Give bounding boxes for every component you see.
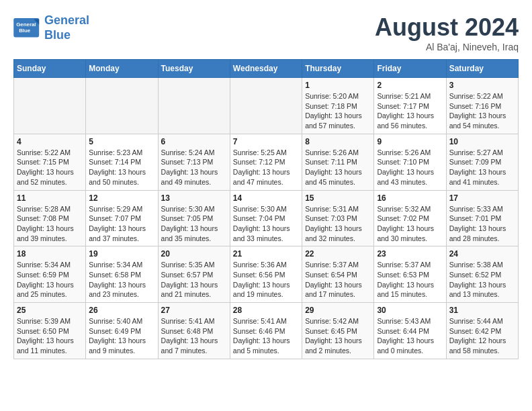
day-info: Sunrise: 5:43 AMSunset: 6:44 PMDaylight:… [377, 316, 443, 356]
calendar-table: SundayMondayTuesdayWednesdayThursdayFrid… [13, 59, 519, 359]
calendar-cell: 1Sunrise: 5:20 AMSunset: 7:18 PMDaylight… [302, 78, 374, 134]
day-info: Sunrise: 5:35 AMSunset: 6:57 PMDaylight:… [161, 260, 227, 300]
logo: General Blue GeneralBlue [13, 13, 89, 42]
day-header-tuesday: Tuesday [158, 60, 230, 78]
week-row-2: 4Sunrise: 5:22 AMSunset: 7:15 PMDaylight… [14, 134, 519, 190]
calendar-cell: 17Sunrise: 5:33 AMSunset: 7:01 PMDayligh… [446, 190, 518, 246]
day-number: 1 [305, 81, 371, 90]
day-header-thursday: Thursday [302, 60, 374, 78]
calendar-cell: 7Sunrise: 5:25 AMSunset: 7:12 PMDaylight… [230, 134, 302, 190]
day-info: Sunrise: 5:34 AMSunset: 6:59 PMDaylight:… [17, 260, 83, 300]
day-number: 23 [377, 249, 443, 259]
svg-text:General: General [16, 21, 36, 27]
calendar-cell: 19Sunrise: 5:34 AMSunset: 6:58 PMDayligh… [86, 246, 158, 303]
calendar-cell: 28Sunrise: 5:41 AMSunset: 6:46 PMDayligh… [230, 303, 302, 359]
calendar-cell: 14Sunrise: 5:30 AMSunset: 7:04 PMDayligh… [230, 190, 302, 246]
calendar-cell: 22Sunrise: 5:37 AMSunset: 6:54 PMDayligh… [302, 246, 374, 303]
day-info: Sunrise: 5:30 AMSunset: 7:04 PMDaylight:… [233, 204, 299, 244]
day-number: 12 [89, 193, 154, 203]
calendar-cell: 11Sunrise: 5:28 AMSunset: 7:08 PMDayligh… [14, 190, 86, 246]
day-info: Sunrise: 5:22 AMSunset: 7:16 PMDaylight:… [449, 91, 515, 131]
week-row-4: 18Sunrise: 5:34 AMSunset: 6:59 PMDayligh… [14, 246, 519, 303]
day-number: 2 [377, 81, 443, 90]
day-number: 17 [449, 193, 515, 203]
calendar-cell: 6Sunrise: 5:24 AMSunset: 7:13 PMDaylight… [158, 134, 230, 190]
calendar-cell [86, 78, 158, 134]
day-info: Sunrise: 5:20 AMSunset: 7:18 PMDaylight:… [305, 91, 371, 131]
day-number: 28 [233, 306, 299, 315]
day-info: Sunrise: 5:41 AMSunset: 6:46 PMDaylight:… [233, 316, 299, 356]
calendar-cell: 16Sunrise: 5:32 AMSunset: 7:02 PMDayligh… [374, 190, 446, 246]
calendar-cell: 31Sunrise: 5:44 AMSunset: 6:42 PMDayligh… [446, 303, 518, 359]
day-info: Sunrise: 5:30 AMSunset: 7:05 PMDaylight:… [161, 204, 227, 244]
title-block: August 2024 Al Ba'aj, Nineveh, Iraq [375, 13, 519, 52]
day-info: Sunrise: 5:39 AMSunset: 6:50 PMDaylight:… [17, 316, 83, 356]
day-info: Sunrise: 5:41 AMSunset: 6:48 PMDaylight:… [161, 316, 227, 356]
calendar-cell: 2Sunrise: 5:21 AMSunset: 7:17 PMDaylight… [374, 78, 446, 134]
calendar-cell [14, 78, 86, 134]
day-number: 9 [377, 137, 443, 146]
day-number: 29 [305, 306, 371, 315]
day-info: Sunrise: 5:31 AMSunset: 7:03 PMDaylight:… [305, 204, 371, 244]
day-header-wednesday: Wednesday [230, 60, 302, 78]
calendar-cell: 10Sunrise: 5:27 AMSunset: 7:09 PMDayligh… [446, 134, 518, 190]
month-title: August 2024 [375, 13, 519, 42]
day-info: Sunrise: 5:40 AMSunset: 6:49 PMDaylight:… [89, 316, 154, 356]
day-info: Sunrise: 5:32 AMSunset: 7:02 PMDaylight:… [377, 204, 443, 244]
calendar-cell: 12Sunrise: 5:29 AMSunset: 7:07 PMDayligh… [86, 190, 158, 246]
logo-text: GeneralBlue [44, 13, 89, 42]
calendar-cell: 9Sunrise: 5:26 AMSunset: 7:10 PMDaylight… [374, 134, 446, 190]
day-number: 16 [377, 193, 443, 203]
day-info: Sunrise: 5:37 AMSunset: 6:53 PMDaylight:… [377, 260, 443, 300]
day-info: Sunrise: 5:37 AMSunset: 6:54 PMDaylight:… [305, 260, 371, 300]
calendar-header-row: SundayMondayTuesdayWednesdayThursdayFrid… [14, 60, 519, 78]
day-number: 10 [449, 137, 515, 146]
day-number: 25 [17, 306, 83, 315]
day-number: 15 [305, 193, 371, 203]
svg-text:Blue: Blue [19, 28, 31, 34]
day-info: Sunrise: 5:24 AMSunset: 7:13 PMDaylight:… [161, 148, 227, 187]
calendar-cell: 3Sunrise: 5:22 AMSunset: 7:16 PMDaylight… [446, 78, 518, 134]
calendar-cell: 18Sunrise: 5:34 AMSunset: 6:59 PMDayligh… [14, 246, 86, 303]
day-number: 3 [449, 81, 515, 90]
calendar-cell: 8Sunrise: 5:26 AMSunset: 7:11 PMDaylight… [302, 134, 374, 190]
day-info: Sunrise: 5:28 AMSunset: 7:08 PMDaylight:… [17, 204, 83, 244]
day-number: 7 [233, 137, 299, 146]
calendar-cell: 20Sunrise: 5:35 AMSunset: 6:57 PMDayligh… [158, 246, 230, 303]
calendar-cell: 13Sunrise: 5:30 AMSunset: 7:05 PMDayligh… [158, 190, 230, 246]
week-row-5: 25Sunrise: 5:39 AMSunset: 6:50 PMDayligh… [14, 303, 519, 359]
day-info: Sunrise: 5:29 AMSunset: 7:07 PMDaylight:… [89, 204, 154, 244]
day-header-monday: Monday [86, 60, 158, 78]
calendar-cell: 26Sunrise: 5:40 AMSunset: 6:49 PMDayligh… [86, 303, 158, 359]
calendar-cell [230, 78, 302, 134]
location: Al Ba'aj, Nineveh, Iraq [375, 42, 519, 52]
day-info: Sunrise: 5:44 AMSunset: 6:42 PMDaylight:… [449, 316, 515, 356]
day-number: 19 [89, 249, 154, 259]
calendar-cell: 30Sunrise: 5:43 AMSunset: 6:44 PMDayligh… [374, 303, 446, 359]
calendar-cell: 27Sunrise: 5:41 AMSunset: 6:48 PMDayligh… [158, 303, 230, 359]
day-number: 27 [161, 306, 227, 315]
day-info: Sunrise: 5:27 AMSunset: 7:09 PMDaylight:… [449, 148, 515, 187]
day-info: Sunrise: 5:33 AMSunset: 7:01 PMDaylight:… [449, 204, 515, 244]
day-number: 8 [305, 137, 371, 146]
calendar-cell: 4Sunrise: 5:22 AMSunset: 7:15 PMDaylight… [14, 134, 86, 190]
day-header-friday: Friday [374, 60, 446, 78]
calendar-cell: 29Sunrise: 5:42 AMSunset: 6:45 PMDayligh… [302, 303, 374, 359]
day-info: Sunrise: 5:25 AMSunset: 7:12 PMDaylight:… [233, 148, 299, 187]
day-number: 24 [449, 249, 515, 259]
day-number: 18 [17, 249, 83, 259]
day-info: Sunrise: 5:22 AMSunset: 7:15 PMDaylight:… [17, 148, 83, 187]
day-number: 31 [449, 306, 515, 315]
day-number: 22 [305, 249, 371, 259]
week-row-3: 11Sunrise: 5:28 AMSunset: 7:08 PMDayligh… [14, 190, 519, 246]
calendar-cell: 21Sunrise: 5:36 AMSunset: 6:56 PMDayligh… [230, 246, 302, 303]
day-header-saturday: Saturday [446, 60, 518, 78]
day-number: 13 [161, 193, 227, 203]
page-header: General Blue GeneralBlue August 2024 Al … [13, 13, 519, 52]
day-info: Sunrise: 5:21 AMSunset: 7:17 PMDaylight:… [377, 91, 443, 131]
day-number: 11 [17, 193, 83, 203]
calendar-cell: 15Sunrise: 5:31 AMSunset: 7:03 PMDayligh… [302, 190, 374, 246]
day-info: Sunrise: 5:42 AMSunset: 6:45 PMDaylight:… [305, 316, 371, 356]
day-header-sunday: Sunday [14, 60, 86, 78]
day-number: 5 [89, 137, 154, 146]
